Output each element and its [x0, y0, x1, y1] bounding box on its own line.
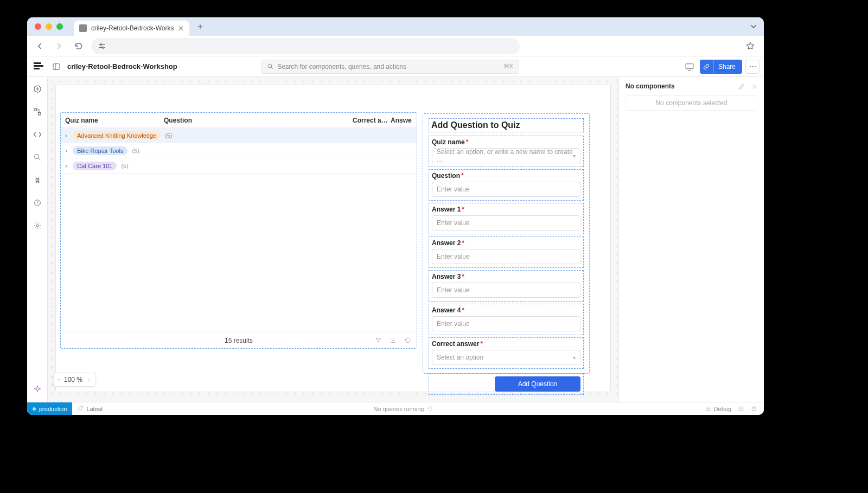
- select-correct-answer[interactable]: Select an option ▾: [432, 350, 580, 365]
- column-answer[interactable]: Answe: [391, 117, 412, 124]
- form-title-wrap[interactable]: Add Question to Quiz: [429, 118, 584, 132]
- app-body: {i} Quiz name Question Correct ans... An…: [27, 77, 764, 402]
- svg-point-4: [268, 64, 272, 68]
- input-answer-4[interactable]: Enter value: [432, 316, 580, 331]
- browser-tab[interactable]: criley-Retool-Bedrock-Works ✕: [74, 21, 189, 36]
- field-answer-3[interactable]: Answer 3* Enter value: [429, 270, 584, 302]
- canvas[interactable]: Quiz name Question Correct ans... Answe …: [48, 77, 618, 402]
- app-title: criley-Retool-Bedrock-Workshop: [67, 62, 177, 71]
- close-window-button[interactable]: [35, 23, 41, 30]
- tab-close-button[interactable]: ✕: [178, 24, 184, 33]
- tab-title: criley-Retool-Bedrock-Works: [91, 24, 174, 32]
- field-answer-2[interactable]: Answer 2* Enter value: [429, 236, 584, 268]
- table-component[interactable]: Quiz name Question Correct ans... Answe …: [60, 112, 417, 349]
- zoom-out-button[interactable]: −: [57, 376, 61, 383]
- minimize-window-button[interactable]: [46, 23, 52, 30]
- svg-point-0: [100, 44, 102, 46]
- maximize-window-button[interactable]: [56, 23, 63, 30]
- left-rail: {i}: [27, 77, 48, 402]
- zoom-in-button[interactable]: ＋: [86, 375, 92, 385]
- bug-icon: [705, 406, 712, 412]
- retool-logo-icon[interactable]: [34, 62, 43, 71]
- svg-rect-9: [38, 113, 41, 116]
- row-count: (5): [165, 132, 172, 139]
- status-bar: production Latest No queries running Deb…: [27, 402, 764, 415]
- label-answer-2: Answer 2: [432, 239, 461, 247]
- reload-button[interactable]: [72, 39, 86, 53]
- inspector-header: No components: [626, 82, 757, 90]
- tab-list-button[interactable]: [748, 21, 760, 33]
- table-row[interactable]: › Advanced Knitting Knowledge (5): [61, 128, 417, 143]
- field-question[interactable]: Question* Enter value: [429, 169, 584, 201]
- input-answer-2[interactable]: Enter value: [432, 249, 580, 264]
- select-quiz-name[interactable]: Select an option, or write a new name to…: [432, 148, 580, 163]
- input-answer-1[interactable]: Enter value: [432, 215, 580, 231]
- table-result-count: 15 results: [225, 337, 253, 344]
- add-component-button[interactable]: [32, 84, 43, 94]
- debug-button[interactable]: Debug: [705, 406, 731, 412]
- collapse-panel-icon[interactable]: [750, 83, 757, 90]
- table-row[interactable]: › Bike Repair Tools (5): [61, 143, 417, 158]
- state-button[interactable]: {i}: [32, 175, 43, 185]
- forward-button[interactable]: [52, 39, 66, 53]
- label-correct-answer: Correct answer: [432, 340, 479, 348]
- search-rail-button[interactable]: [32, 152, 43, 163]
- code-button[interactable]: [32, 129, 43, 140]
- refresh-small-icon[interactable]: [427, 406, 433, 412]
- settings-button[interactable]: [32, 220, 43, 231]
- preview-button[interactable]: [682, 60, 697, 74]
- pin-icon[interactable]: [738, 83, 745, 90]
- field-answer-4[interactable]: Answer 4* Enter value: [429, 304, 584, 335]
- field-correct-answer[interactable]: Correct answer* Select an option ▾: [429, 337, 584, 369]
- svg-text:{i}: {i}: [35, 178, 39, 183]
- column-quiz-name[interactable]: Quiz name: [65, 117, 164, 124]
- download-icon[interactable]: [390, 337, 397, 344]
- column-question[interactable]: Question: [164, 117, 353, 124]
- input-question[interactable]: Enter value: [432, 182, 580, 197]
- header-actions: Share ⋯: [682, 60, 760, 74]
- chevron-down-icon: ▾: [573, 153, 576, 159]
- form-title: Add Question to Quiz: [431, 120, 581, 130]
- chevron-right-icon[interactable]: ›: [65, 147, 73, 155]
- share-label: Share: [714, 63, 740, 71]
- label-quiz-name: Quiz name: [432, 138, 465, 146]
- release-selector[interactable]: Latest: [72, 406, 108, 412]
- bookmark-button[interactable]: [742, 38, 758, 54]
- field-answer-1[interactable]: Answer 1* Enter value: [429, 203, 584, 234]
- new-tab-button[interactable]: ＋: [194, 21, 207, 33]
- component-tree-button[interactable]: [32, 106, 43, 117]
- back-button[interactable]: [33, 39, 47, 53]
- share-button[interactable]: Share: [700, 60, 742, 74]
- help-icon[interactable]: [751, 406, 757, 412]
- table-header-row: Quiz name Question Correct ans... Answe: [61, 113, 417, 128]
- command-search-input[interactable]: Search for components, queries, and acti…: [261, 60, 519, 74]
- environment-selector[interactable]: production: [27, 402, 72, 415]
- toggle-left-panel-button[interactable]: [50, 60, 63, 73]
- chevron-right-icon[interactable]: ›: [65, 132, 73, 139]
- traffic-lights: [35, 23, 63, 30]
- quiz-tag: Advanced Knitting Knowledge: [73, 131, 161, 140]
- address-bar[interactable]: [91, 38, 520, 54]
- status-clock-icon[interactable]: [738, 406, 744, 412]
- filter-icon[interactable]: [375, 337, 382, 344]
- env-label: production: [39, 406, 67, 412]
- more-options-button[interactable]: ⋯: [745, 60, 760, 74]
- table-row[interactable]: › Cat Care 101 (5): [61, 158, 417, 174]
- zoom-control[interactable]: − 100 % ＋: [53, 373, 96, 387]
- column-correct-answer[interactable]: Correct ans...: [353, 117, 391, 124]
- history-button[interactable]: [32, 197, 43, 208]
- form-component[interactable]: Add Question to Quiz Quiz name* Select a…: [423, 113, 590, 374]
- row-count: (5): [132, 148, 139, 154]
- label-answer-1: Answer 1: [432, 206, 461, 213]
- svg-rect-8: [34, 108, 37, 111]
- link-icon: [700, 60, 714, 74]
- submit-wrap[interactable]: Add Question: [429, 373, 584, 395]
- refresh-icon[interactable]: [404, 337, 411, 344]
- release-label: Latest: [86, 406, 103, 412]
- chevron-right-icon[interactable]: ›: [65, 162, 73, 170]
- add-question-button[interactable]: Add Question: [495, 376, 580, 392]
- ai-button[interactable]: [32, 385, 43, 395]
- canvas-frame: Quiz name Question Correct ans... Answe …: [55, 85, 611, 392]
- field-quiz-name[interactable]: Quiz name* Select an option, or write a …: [429, 136, 584, 167]
- input-answer-3[interactable]: Enter value: [432, 283, 580, 298]
